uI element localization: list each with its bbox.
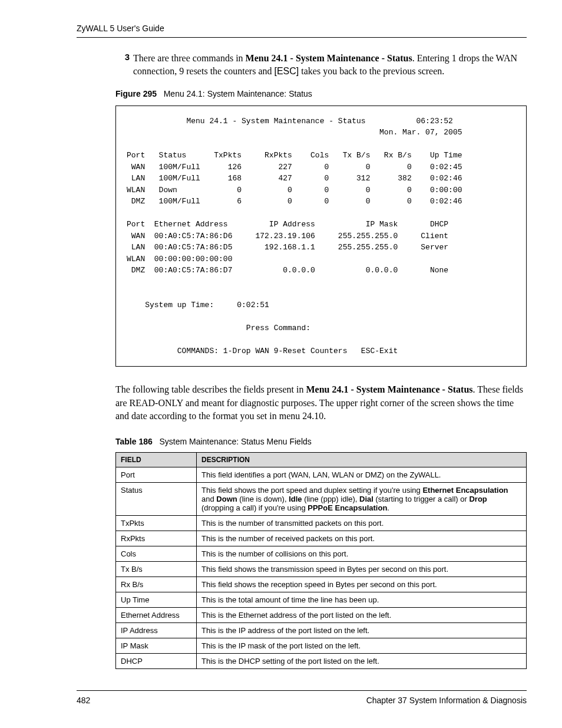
field-name: Status bbox=[116, 483, 197, 516]
th-description: DESCRIPTION bbox=[197, 453, 527, 467]
field-description: This field shows the reception speed in … bbox=[197, 577, 527, 592]
table-row: Rx B/sThis field shows the reception spe… bbox=[116, 577, 527, 592]
terminal-screenshot: Menu 24.1 - System Maintenance - Status … bbox=[115, 106, 527, 367]
term-title: Menu 24.1 - System Maintenance - Status … bbox=[127, 116, 515, 127]
term-row: DMZ 100M/Full 6 0 0 0 0 0:02:46 bbox=[127, 196, 515, 207]
step-item: 3 There are three commands in Menu 24.1 … bbox=[115, 52, 527, 78]
term-row: WAN 100M/Full 126 227 0 0 0 0:02:45 bbox=[127, 162, 515, 173]
para-pre: The following table describes the fields… bbox=[115, 384, 306, 394]
field-name: IP Address bbox=[116, 623, 197, 638]
description-paragraph: The following table describes the fields… bbox=[115, 383, 527, 423]
table-row: Ethernet AddressThis is the Ethernet add… bbox=[116, 608, 527, 623]
term-uptime: System up Time: 0:02:51 bbox=[127, 299, 515, 311]
th-field: FIELD bbox=[116, 453, 197, 467]
para-bold: Menu 24.1 - System Maintenance - Status bbox=[306, 384, 472, 394]
table-title: System Maintenance: Status Menu Fields bbox=[159, 437, 311, 446]
step-number: 3 bbox=[115, 52, 130, 78]
field-description: This is the IP address of the port liste… bbox=[197, 623, 527, 638]
field-name: Up Time bbox=[116, 592, 197, 608]
field-name: DHCP bbox=[116, 654, 197, 669]
field-description: This is the total amount of time the lin… bbox=[197, 592, 527, 608]
term-date: Mon. Mar. 07, 2005 bbox=[127, 127, 515, 139]
table-row: DHCPThis is the DHCP setting of the port… bbox=[116, 654, 527, 669]
field-name: Cols bbox=[116, 546, 197, 562]
table-row: ColsThis is the number of collisions on … bbox=[116, 546, 527, 562]
term-stats-header: Port Status TxPkts RxPkts Cols Tx B/s Rx… bbox=[127, 150, 515, 162]
chapter-title: Chapter 37 System Information & Diagnosi… bbox=[366, 696, 527, 705]
term-commands: COMMANDS: 1-Drop WAN 9-Reset Counters ES… bbox=[127, 345, 515, 357]
field-description: This is the IP mask of the port listed o… bbox=[197, 638, 527, 654]
term-row: DMZ 00:A0:C5:7A:86:D7 0.0.0.0 0.0.0.0 No… bbox=[127, 265, 515, 276]
term-row: WLAN 00:00:00:00:00:00 bbox=[127, 253, 515, 265]
table-row: IP AddressThis is the IP address of the … bbox=[116, 623, 527, 638]
esc-key: [ESC] bbox=[274, 66, 299, 76]
table-row: StatusThis field shows the port speed an… bbox=[116, 483, 527, 516]
table-row: RxPktsThis is the number of received pac… bbox=[116, 531, 527, 546]
field-name: RxPkts bbox=[116, 531, 197, 546]
field-description: This is the DHCP setting of the port lis… bbox=[197, 654, 527, 669]
field-name: TxPkts bbox=[116, 516, 197, 531]
table-caption: Table 186 System Maintenance: Status Men… bbox=[115, 437, 527, 446]
table-row: TxPktsThis is the number of transmitted … bbox=[116, 516, 527, 531]
term-press: Press Command: bbox=[127, 322, 515, 334]
term-row: WLAN Down 0 0 0 0 0 0:00:00 bbox=[127, 185, 515, 196]
field-description: This is the number of transmitted packet… bbox=[197, 516, 527, 531]
field-description: This field identifies a port (WAN, LAN, … bbox=[197, 467, 527, 483]
table-header-row: FIELD DESCRIPTION bbox=[116, 453, 527, 467]
page-number: 482 bbox=[77, 696, 90, 705]
step-bold-menu: Menu 24.1 - System Maintenance - Status bbox=[246, 53, 412, 63]
page-header: ZyWALL 5 User's Guide bbox=[77, 24, 527, 38]
field-description: This field shows the transmission speed … bbox=[197, 562, 527, 577]
field-name: Rx B/s bbox=[116, 577, 197, 592]
step-pre: There are three commands in bbox=[133, 53, 246, 63]
table-row: IP MaskThis is the IP mask of the port l… bbox=[116, 638, 527, 654]
page-footer: 482 Chapter 37 System Information & Diag… bbox=[77, 690, 527, 705]
term-row: LAN 00:A0:C5:7A:86:D5 192.168.1.1 255.25… bbox=[127, 242, 515, 253]
table-row: Tx B/sThis field shows the transmission … bbox=[116, 562, 527, 577]
field-name: Tx B/s bbox=[116, 562, 197, 577]
table-row: PortThis field identifies a port (WAN, L… bbox=[116, 467, 527, 483]
term-addr-header: Port Ethernet Address IP Address IP Mask… bbox=[127, 219, 515, 230]
table-number: Table 186 bbox=[115, 437, 153, 446]
figure-caption: Figure 295 Menu 24.1: System Maintenance… bbox=[115, 89, 527, 98]
field-description: This field shows the port speed and dupl… bbox=[197, 483, 527, 516]
header-title: ZyWALL 5 User's Guide bbox=[77, 24, 164, 33]
step-text: There are three commands in Menu 24.1 - … bbox=[133, 52, 527, 78]
figure-number: Figure 295 bbox=[115, 89, 157, 98]
figure-title: Menu 24.1: System Maintenance: Status bbox=[164, 89, 312, 98]
term-row: WAN 00:A0:C5:7A:86:D6 172.23.19.106 255.… bbox=[127, 230, 515, 242]
field-name: Ethernet Address bbox=[116, 608, 197, 623]
table-row: Up TimeThis is the total amount of time … bbox=[116, 592, 527, 608]
field-name: IP Mask bbox=[116, 638, 197, 654]
step-post: takes you back to the previous screen. bbox=[299, 66, 444, 76]
fields-table: FIELD DESCRIPTION PortThis field identif… bbox=[115, 452, 527, 669]
page-content: 3 There are three commands in Menu 24.1 … bbox=[115, 52, 527, 669]
field-name: Port bbox=[116, 467, 197, 483]
field-description: This is the number of received packets o… bbox=[197, 531, 527, 546]
field-description: This is the Ethernet address of the port… bbox=[197, 608, 527, 623]
term-row: LAN 100M/Full 168 427 0 312 382 0:02:46 bbox=[127, 173, 515, 185]
field-description: This is the number of collisions on this… bbox=[197, 546, 527, 562]
